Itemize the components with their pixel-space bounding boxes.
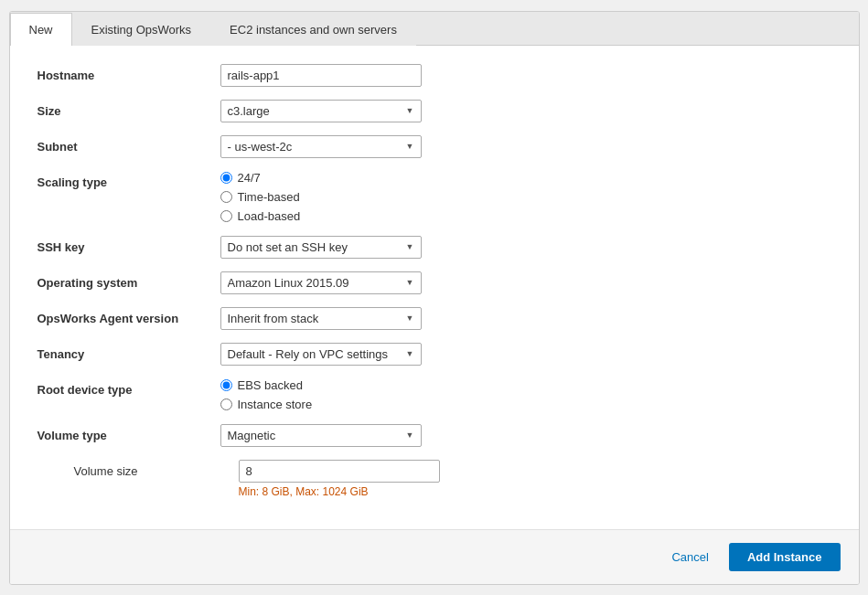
hostname-control [220,64,831,87]
size-row: Size c3.large t2.micro t2.small t2.mediu… [38,100,831,122]
volume-size-input[interactable] [239,460,440,483]
scaling-load-label: Load-based [238,209,301,223]
scaling-247-option[interactable]: 24/7 [220,171,831,185]
subnet-row: Subnet - us-west-2c - us-west-2a - us-we… [38,135,831,158]
root-ebs-option[interactable]: EBS backed [220,378,831,392]
volume-type-row: Volume type Magnetic General Purpose (SS… [38,424,831,447]
root-device-label: Root device type [38,378,220,397]
root-instance-radio[interactable] [220,398,232,410]
volume-type-select[interactable]: Magnetic General Purpose (SSD) Provision… [220,424,422,447]
ssh-key-label: SSH key [38,236,220,254]
agent-version-label: OpsWorks Agent version [38,307,220,325]
agent-version-select-wrapper: Inherit from stack 3.0.x 2.0.x [220,307,422,330]
tab-ec2[interactable]: EC2 instances and own servers [210,13,416,46]
scaling-time-option[interactable]: Time-based [220,190,831,204]
tenancy-select-wrapper: Default - Rely on VPC settings Dedicated… [220,343,422,366]
volume-type-label: Volume type [38,424,220,442]
add-instance-button[interactable]: Add Instance [729,543,841,571]
os-control: Amazon Linux 2015.09 Amazon Linux 2015.0… [220,271,831,294]
scaling-247-radio[interactable] [220,172,232,184]
os-row: Operating system Amazon Linux 2015.09 Am… [38,271,831,294]
hostname-input[interactable] [220,64,422,87]
tenancy-control: Default - Rely on VPC settings Dedicated… [220,343,831,366]
size-label: Size [38,100,220,118]
form-area: Hostname Size c3.large t2.micro t2.small… [10,46,859,529]
ssh-key-select-wrapper: Do not set an SSH key my-key-pair [220,236,422,259]
hostname-label: Hostname [38,64,220,82]
volume-type-select-wrapper: Magnetic General Purpose (SSD) Provision… [220,424,422,447]
tenancy-select[interactable]: Default - Rely on VPC settings Dedicated… [220,343,422,366]
subnet-select-wrapper: - us-west-2c - us-west-2a - us-west-2b [220,135,422,158]
scaling-load-radio[interactable] [220,210,232,222]
volume-size-control: Min: 8 GiB, Max: 1024 GiB [239,460,831,498]
cancel-button[interactable]: Cancel [660,545,719,569]
size-control: c3.large t2.micro t2.small t2.medium m3.… [220,100,831,122]
root-instance-label: Instance store [238,398,313,411]
volume-size-row: Volume size Min: 8 GiB, Max: 1024 GiB [56,460,831,498]
scaling-radio-group: 24/7 Time-based Load-based [220,171,831,223]
scaling-type-control: 24/7 Time-based Load-based [220,171,831,223]
footer: Cancel Add Instance [10,529,859,584]
tabs-bar: New Existing OpsWorks EC2 instances and … [10,12,859,46]
tenancy-row: Tenancy Default - Rely on VPC settings D… [38,343,831,366]
agent-version-control: Inherit from stack 3.0.x 2.0.x [220,307,831,330]
ssh-key-select[interactable]: Do not set an SSH key my-key-pair [220,236,422,259]
root-device-radio-group: EBS backed Instance store [220,378,831,411]
dialog: New Existing OpsWorks EC2 instances and … [9,11,860,585]
scaling-time-radio[interactable] [220,191,232,203]
size-select[interactable]: c3.large t2.micro t2.small t2.medium m3.… [220,100,422,122]
scaling-247-label: 24/7 [238,171,261,185]
scaling-type-label: Scaling type [38,171,220,189]
root-device-row: Root device type EBS backed Instance sto… [38,378,831,411]
root-instance-option[interactable]: Instance store [220,398,831,411]
subnet-label: Subnet [38,135,220,154]
os-select[interactable]: Amazon Linux 2015.09 Amazon Linux 2015.0… [220,271,422,294]
ssh-key-control: Do not set an SSH key my-key-pair [220,236,831,259]
tab-new[interactable]: New [10,13,72,46]
subnet-control: - us-west-2c - us-west-2a - us-west-2b [220,135,831,158]
scaling-load-option[interactable]: Load-based [220,209,831,223]
os-label: Operating system [38,271,220,290]
tenancy-label: Tenancy [38,343,220,361]
agent-version-row: OpsWorks Agent version Inherit from stac… [38,307,831,330]
scaling-time-label: Time-based [238,190,300,204]
scaling-type-row: Scaling type 24/7 Time-based Load-based [38,171,831,223]
hostname-row: Hostname [38,64,831,87]
os-select-wrapper: Amazon Linux 2015.09 Amazon Linux 2015.0… [220,271,422,294]
agent-version-select[interactable]: Inherit from stack 3.0.x 2.0.x [220,307,422,330]
ssh-key-row: SSH key Do not set an SSH key my-key-pai… [38,236,831,259]
volume-size-label: Volume size [56,460,239,478]
tab-existing[interactable]: Existing OpsWorks [72,13,211,46]
root-device-control: EBS backed Instance store [220,378,831,411]
volume-type-control: Magnetic General Purpose (SSD) Provision… [220,424,831,447]
size-select-wrapper: c3.large t2.micro t2.small t2.medium m3.… [220,100,422,122]
subnet-select[interactable]: - us-west-2c - us-west-2a - us-west-2b [220,135,422,158]
root-ebs-label: EBS backed [238,378,304,392]
volume-size-hint: Min: 8 GiB, Max: 1024 GiB [239,485,831,498]
root-ebs-radio[interactable] [220,379,232,391]
